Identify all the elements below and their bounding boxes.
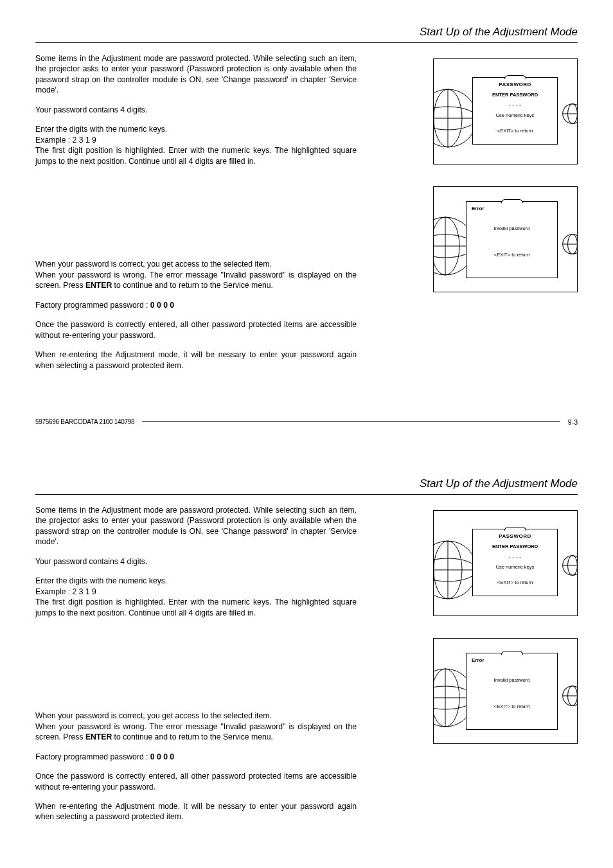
panel-tab	[501, 651, 523, 655]
paragraph: When your password is correct, you get a…	[35, 259, 357, 290]
panel-tab	[501, 199, 523, 203]
text-column: Some items in the Adjustment mode are pa…	[35, 53, 357, 380]
error-message: Invalid password	[472, 226, 552, 231]
figure-column: PASSWORD ENTER PASSWORD - - - - Use nume…	[375, 53, 578, 292]
paragraph: When your password is correct, you get a…	[35, 711, 357, 742]
globe-icon	[562, 685, 578, 707]
osd-prompt: ENTER PASSWORD	[492, 544, 538, 549]
osd-password-screen: PASSWORD ENTER PASSWORD - - - - Use nume…	[433, 58, 578, 164]
paragraph: Your password contains 4 digits.	[35, 105, 357, 115]
osd-panel: PASSWORD ENTER PASSWORD - - - - Use nume…	[472, 77, 558, 145]
paragraph: Your password contains 4 digits.	[35, 556, 357, 567]
osd-exit-hint: <EXIT> to return	[472, 704, 552, 709]
text-line: Factory programmed password :	[35, 752, 150, 761]
globe-icon	[562, 103, 578, 125]
osd-panel: Error Invalid password <EXIT> to return	[466, 653, 558, 730]
document-id: 5975696 BARCODATA 2100 140798	[35, 418, 134, 425]
section-title: Start Up of the Adjustment Mode	[35, 26, 578, 43]
osd-exit-hint: <EXIT> to return	[497, 580, 533, 585]
globe-icon	[562, 233, 578, 255]
osd-exit-hint: <EXIT> to return	[497, 128, 533, 134]
paragraph: Some items in the Adjustment mode are pa…	[35, 505, 357, 547]
text-line: Factory programmed password :	[35, 301, 150, 310]
default-password: 0 0 0 0	[150, 301, 174, 310]
text-line: Enter the digits with the numeric keys.	[35, 576, 167, 585]
text-line: The first digit position is highlighted.…	[35, 598, 357, 617]
error-label: Error	[472, 206, 552, 211]
text-line: Enter the digits with the numeric keys.	[35, 125, 167, 134]
panel-tab	[504, 75, 526, 79]
paragraph: Some items in the Adjustment mode are pa…	[35, 53, 357, 96]
error-label: Error	[472, 657, 552, 663]
paragraph: When re-entering the Adjustment mode, it…	[35, 350, 357, 371]
text-line: Example : 2 3 1 9	[35, 136, 96, 145]
figure-column: PASSWORD ENTER PASSWORD - - - - Use nume…	[375, 505, 578, 744]
paragraph: Enter the digits with the numeric keys. …	[35, 576, 357, 618]
paragraph: Enter the digits with the numeric keys. …	[35, 124, 357, 166]
osd-prompt: ENTER PASSWORD	[492, 92, 538, 98]
page-number: 9-3	[568, 418, 578, 426]
osd-title: PASSWORD	[499, 82, 531, 87]
text-line: When your password is correct, you get a…	[35, 260, 272, 269]
password-slots: - - - -	[509, 102, 522, 108]
panel-tab	[504, 527, 526, 531]
osd-hint: Use numeric keys	[496, 112, 535, 118]
text-line: When your password is correct, you get a…	[35, 711, 272, 720]
error-message: Invalid password	[472, 677, 552, 683]
text-line: The first digit position is highlighted.…	[35, 146, 357, 165]
content-row: Some items in the Adjustment mode are pa…	[35, 505, 578, 831]
page-footer: 5975696 BARCODATA 2100 140798 9-3	[35, 418, 578, 426]
osd-error-screen: Error Invalid password <EXIT> to return	[433, 638, 578, 744]
osd-panel: Error Invalid password <EXIT> to return	[466, 201, 558, 278]
text-column: Some items in the Adjustment mode are pa…	[35, 505, 357, 831]
manual-page: Start Up of the Adjustment Mode Some ite…	[35, 26, 578, 426]
osd-password-screen: PASSWORD ENTER PASSWORD - - - - Use nume…	[433, 510, 578, 616]
default-password: 0 0 0 0	[150, 752, 174, 761]
password-slots: - - - -	[509, 554, 522, 560]
text-line: to continue and to return to the Service…	[112, 281, 273, 290]
paragraph: Once the password is correctly entered, …	[35, 771, 357, 792]
footer-rule	[142, 421, 560, 422]
paragraph: Factory programmed password : 0 0 0 0	[35, 300, 357, 310]
key-label: ENTER	[85, 281, 112, 290]
paragraph: Once the password is correctly entered, …	[35, 319, 357, 341]
text-line: Example : 2 3 1 9	[35, 587, 96, 596]
osd-title: PASSWORD	[499, 533, 531, 539]
manual-page: Start Up of the Adjustment Mode Some ite…	[35, 477, 578, 868]
key-label: ENTER	[85, 732, 112, 741]
section-title: Start Up of the Adjustment Mode	[35, 477, 578, 495]
osd-panel: PASSWORD ENTER PASSWORD - - - - Use nume…	[472, 529, 558, 596]
paragraph: Factory programmed password : 0 0 0 0	[35, 752, 357, 762]
osd-error-screen: Error Invalid password <EXIT> to return	[433, 186, 578, 292]
paragraph: When re-entering the Adjustment mode, it…	[35, 801, 357, 822]
content-row: Some items in the Adjustment mode are pa…	[35, 53, 578, 380]
osd-exit-hint: <EXIT> to return	[472, 252, 552, 258]
osd-hint: Use numeric keys	[496, 564, 535, 570]
globe-icon	[562, 554, 578, 576]
text-line: to continue and to return to the Service…	[112, 732, 273, 741]
